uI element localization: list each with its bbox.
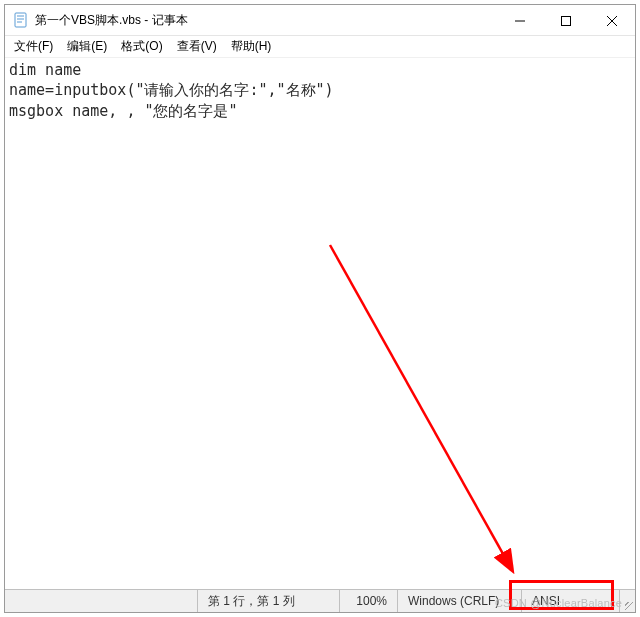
status-line-ending: Windows (CRLF)	[397, 590, 521, 612]
status-position: 第 1 行，第 1 列	[197, 590, 339, 612]
resize-grip[interactable]	[619, 590, 635, 612]
status-encoding: ANSI	[521, 590, 619, 612]
minimize-button[interactable]	[497, 5, 543, 36]
maximize-button[interactable]	[543, 5, 589, 36]
menu-edit[interactable]: 编辑(E)	[60, 36, 114, 57]
svg-rect-5	[562, 16, 571, 25]
menubar: 文件(F) 编辑(E) 格式(O) 查看(V) 帮助(H)	[5, 36, 635, 57]
window-title: 第一个VBS脚本.vbs - 记事本	[35, 12, 188, 29]
app-icon	[13, 12, 29, 28]
text-editor[interactable]: dim name name=inputbox("请输入你的名字:","名称") …	[5, 57, 635, 589]
statusbar: 第 1 行，第 1 列 100% Windows (CRLF) ANSI	[5, 589, 635, 612]
titlebar[interactable]: 第一个VBS脚本.vbs - 记事本	[5, 5, 635, 36]
menu-help[interactable]: 帮助(H)	[224, 36, 279, 57]
notepad-window: 第一个VBS脚本.vbs - 记事本 文件(F) 编辑(E) 格式(O) 查看(…	[4, 4, 636, 613]
close-button[interactable]	[589, 5, 635, 36]
status-empty	[5, 590, 197, 612]
menu-file[interactable]: 文件(F)	[7, 36, 60, 57]
svg-rect-0	[15, 13, 26, 27]
menu-format[interactable]: 格式(O)	[114, 36, 169, 57]
menu-view[interactable]: 查看(V)	[170, 36, 224, 57]
status-zoom: 100%	[339, 590, 397, 612]
